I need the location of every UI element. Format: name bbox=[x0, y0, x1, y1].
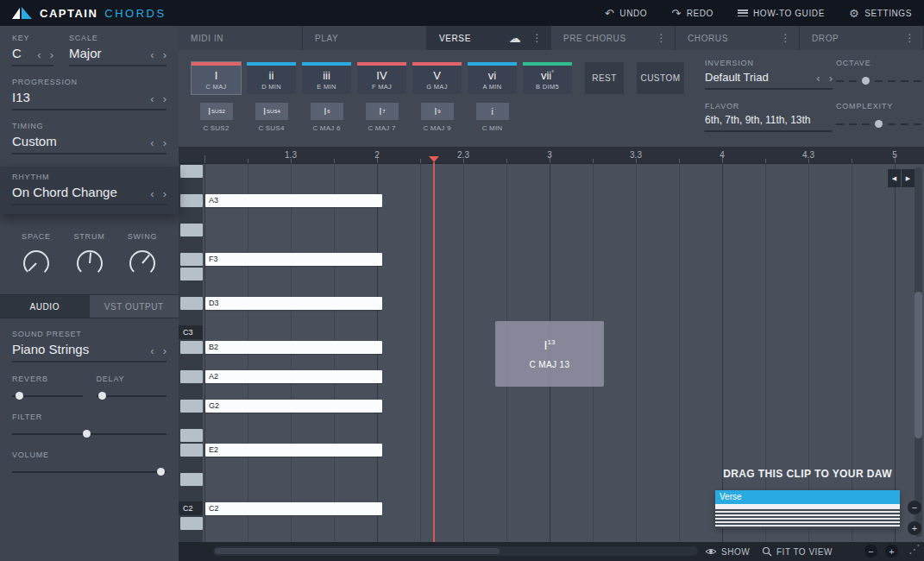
resize-grip-icon[interactable]: ⋰ bbox=[908, 543, 921, 555]
variant-button-9[interactable]: I9 bbox=[421, 103, 454, 120]
filter-slider[interactable] bbox=[12, 429, 167, 439]
tab-drop[interactable]: DROP ⋮ bbox=[800, 26, 924, 50]
variant-button-7[interactable]: I7 bbox=[366, 103, 399, 120]
piano-key[interactable] bbox=[180, 341, 203, 354]
tab-vst-output[interactable]: VST OUTPUT bbox=[90, 295, 179, 318]
swing-knob[interactable] bbox=[126, 247, 159, 280]
rhythm-prev-arrow[interactable]: ‹ bbox=[150, 188, 154, 199]
piano-key-label[interactable]: C3 bbox=[179, 325, 203, 339]
chord-button-IV[interactable]: IV F MAJ bbox=[357, 62, 406, 94]
vertical-scrollbar[interactable] bbox=[915, 167, 922, 537]
sound-preset-next-arrow[interactable]: › bbox=[163, 345, 167, 356]
sound-preset-prev-arrow[interactable]: ‹ bbox=[150, 345, 154, 356]
midi-note-B2[interactable]: B2 bbox=[205, 341, 382, 354]
piano-key[interactable] bbox=[180, 297, 203, 310]
midi-note-A3[interactable]: A3 bbox=[205, 194, 382, 207]
custom-button[interactable]: CUSTOM bbox=[637, 62, 684, 94]
piano-key-label[interactable]: C2 bbox=[179, 501, 203, 515]
delay-slider-thumb[interactable] bbox=[98, 392, 106, 400]
piano-key[interactable] bbox=[180, 517, 203, 530]
volume-slider-thumb[interactable] bbox=[157, 468, 165, 476]
tab-midi-in[interactable]: MIDI IN bbox=[179, 26, 303, 50]
scale-prev-arrow[interactable]: ‹ bbox=[150, 49, 154, 60]
midi-note-G2[interactable]: G2 bbox=[205, 400, 382, 413]
show-button[interactable]: SHOW bbox=[705, 542, 750, 561]
drop-menu-icon[interactable]: ⋮ bbox=[904, 32, 915, 44]
space-knob[interactable] bbox=[20, 247, 53, 280]
delay-slider[interactable] bbox=[97, 391, 167, 401]
inversion-next-arrow[interactable]: › bbox=[829, 72, 833, 84]
chord-button-I[interactable]: I C MAJ bbox=[192, 62, 241, 94]
chord-button-vi[interactable]: vi A MIN bbox=[468, 62, 517, 94]
clip-zoom-in-button[interactable]: + bbox=[908, 521, 921, 535]
vertical-scrollbar-thumb[interactable] bbox=[915, 292, 922, 438]
piano-key[interactable] bbox=[180, 444, 203, 457]
rhythm-field[interactable]: RHYTHM On Chord Change ‹› bbox=[0, 167, 179, 214]
octave-step-control[interactable] bbox=[836, 77, 924, 85]
progression-prev-arrow[interactable]: ‹ bbox=[150, 93, 154, 104]
chorus-menu-icon[interactable]: ⋮ bbox=[780, 32, 791, 44]
playhead-line[interactable] bbox=[433, 162, 435, 542]
variant-button-min[interactable]: i bbox=[476, 103, 509, 120]
flavor-value[interactable]: 6th, 7th, 9th, 11th, 13th bbox=[705, 114, 833, 126]
piano-key[interactable] bbox=[180, 473, 203, 486]
settings-button[interactable]: ⚙ SETTINGS bbox=[849, 8, 912, 19]
redo-button[interactable]: ↷ REDO bbox=[671, 8, 713, 19]
piano-key[interactable] bbox=[180, 268, 203, 280]
piano-key[interactable] bbox=[180, 194, 203, 207]
horizontal-scrollbar[interactable] bbox=[213, 546, 698, 556]
rhythm-next-arrow[interactable]: › bbox=[163, 188, 167, 199]
piano-key[interactable] bbox=[180, 400, 203, 413]
tab-audio[interactable]: AUDIO bbox=[0, 295, 90, 318]
tab-verse[interactable]: VERSE ☁↑ ⋮ bbox=[427, 26, 551, 50]
tab-chorus[interactable]: CHORUS ⋮ bbox=[676, 26, 800, 50]
strum-knob[interactable] bbox=[73, 247, 106, 280]
howto-guide-button[interactable]: HOW-TO GUIDE bbox=[738, 9, 825, 18]
timing-next-arrow[interactable]: › bbox=[163, 137, 167, 148]
midi-note-C2[interactable]: C2 bbox=[205, 502, 382, 515]
cloud-upload-icon[interactable]: ☁↑ bbox=[509, 32, 522, 44]
midi-note-A2[interactable]: A2 bbox=[205, 370, 382, 383]
scale-next-arrow[interactable]: › bbox=[163, 49, 167, 60]
variant-button-sus4[interactable]: ISUS4 bbox=[255, 103, 288, 120]
midi-note-D3[interactable]: D3 bbox=[205, 297, 382, 310]
filter-slider-thumb[interactable] bbox=[83, 430, 91, 438]
progression-next-arrow[interactable]: › bbox=[163, 93, 167, 104]
zoom-out-button[interactable]: − bbox=[864, 545, 877, 558]
verse-menu-icon[interactable]: ⋮ bbox=[531, 32, 543, 44]
timeline-ruler[interactable]: 1.322.333.344.35 bbox=[179, 147, 924, 164]
pre-chorus-menu-icon[interactable]: ⋮ bbox=[656, 32, 667, 44]
piano-key[interactable] bbox=[180, 253, 203, 266]
variant-button-sus2[interactable]: ISUS2 bbox=[200, 103, 233, 120]
playhead-marker[interactable] bbox=[429, 156, 439, 162]
volume-slider[interactable] bbox=[12, 467, 167, 477]
clip-zoom-out-button[interactable]: − bbox=[908, 501, 921, 514]
fit-to-view-button[interactable]: FIT TO VIEW bbox=[762, 542, 833, 561]
key-next-arrow[interactable]: › bbox=[50, 49, 53, 60]
piano-key[interactable] bbox=[180, 165, 203, 178]
inversion-prev-arrow[interactable]: ‹ bbox=[816, 72, 820, 84]
tab-play[interactable]: PLAY bbox=[303, 26, 427, 50]
midi-note-E2[interactable]: E2 bbox=[205, 444, 382, 457]
scroll-left-button[interactable]: ◀ bbox=[888, 169, 901, 187]
horizontal-scrollbar-thumb[interactable] bbox=[215, 548, 500, 554]
draggable-clip[interactable]: Verse bbox=[715, 490, 900, 528]
reverb-slider[interactable] bbox=[12, 391, 83, 401]
chord-button-ii[interactable]: ii D MIN bbox=[247, 62, 296, 94]
piano-key[interactable] bbox=[180, 370, 203, 383]
scroll-right-button[interactable]: ▶ bbox=[902, 169, 915, 187]
reverb-slider-thumb[interactable] bbox=[16, 392, 23, 400]
complexity-step-control[interactable] bbox=[836, 120, 924, 128]
piano-key[interactable] bbox=[180, 429, 203, 442]
timing-prev-arrow[interactable]: ‹ bbox=[150, 137, 154, 148]
undo-button[interactable]: ↶ UNDO bbox=[605, 8, 647, 19]
variant-button-6[interactable]: I6 bbox=[311, 103, 343, 120]
tab-pre-chorus[interactable]: PRE CHORUS ⋮ bbox=[551, 26, 676, 50]
rest-button[interactable]: REST bbox=[585, 62, 624, 94]
midi-note-F3[interactable]: F3 bbox=[205, 253, 382, 266]
zoom-in-button[interactable]: + bbox=[885, 545, 898, 558]
chord-button-vii-dim[interactable]: vii° B DIM5 bbox=[523, 62, 572, 94]
piano-key[interactable] bbox=[180, 224, 203, 236]
key-prev-arrow[interactable]: ‹ bbox=[37, 49, 41, 60]
chord-button-V[interactable]: V G MAJ bbox=[412, 62, 462, 94]
